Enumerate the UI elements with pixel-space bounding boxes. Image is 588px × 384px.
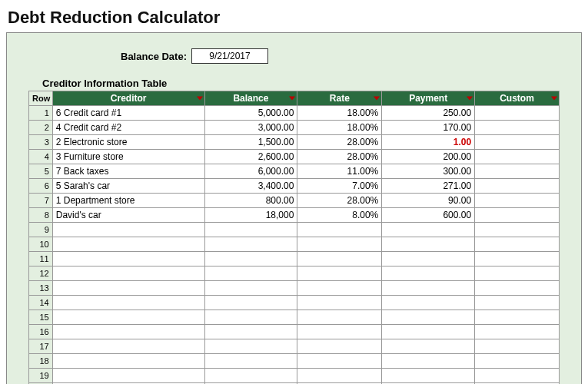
cell-creditor[interactable]: 7 Back taxes — [52, 164, 204, 179]
cell-rate[interactable] — [297, 266, 382, 281]
cell-custom[interactable] — [475, 237, 560, 252]
cell-creditor[interactable] — [52, 310, 204, 325]
cell-balance[interactable] — [204, 325, 297, 339]
cell-balance[interactable] — [204, 266, 297, 281]
cell-balance[interactable]: 1,500.00 — [204, 135, 297, 150]
cell-creditor[interactable] — [52, 354, 204, 369]
cell-payment[interactable]: 200.00 — [382, 150, 475, 164]
cell-payment[interactable] — [382, 325, 475, 339]
cell-custom[interactable] — [475, 164, 560, 179]
cell-balance[interactable]: 2,600.00 — [204, 150, 297, 164]
cell-rate[interactable] — [297, 296, 382, 310]
cell-payment[interactable]: 600.00 — [382, 208, 475, 223]
cell-balance[interactable]: 800.00 — [204, 194, 297, 208]
cell-custom[interactable] — [475, 281, 560, 296]
cell-creditor[interactable] — [52, 237, 204, 252]
cell-rate[interactable] — [297, 223, 382, 237]
cell-balance[interactable] — [204, 237, 297, 252]
balance-date-input[interactable] — [191, 48, 268, 64]
cell-payment[interactable] — [382, 252, 475, 266]
cell-payment[interactable] — [382, 369, 475, 383]
cell-creditor[interactable]: 2 Electronic store — [52, 135, 204, 150]
cell-payment[interactable]: 1.00 — [382, 135, 475, 150]
cell-payment[interactable]: 170.00 — [382, 121, 475, 135]
cell-payment[interactable]: 90.00 — [382, 194, 475, 208]
cell-custom[interactable] — [475, 354, 560, 369]
cell-payment[interactable] — [382, 281, 475, 296]
cell-payment[interactable]: 300.00 — [382, 164, 475, 179]
cell-rate[interactable]: 28.00% — [297, 135, 382, 150]
cell-creditor[interactable] — [52, 339, 204, 354]
cell-rate[interactable]: 28.00% — [297, 194, 382, 208]
cell-balance[interactable] — [204, 223, 297, 237]
cell-rate[interactable]: 8.00% — [297, 208, 382, 223]
cell-creditor[interactable] — [52, 281, 204, 296]
cell-creditor[interactable]: 3 Furniture store — [52, 150, 204, 164]
cell-custom[interactable] — [475, 106, 560, 121]
cell-custom[interactable] — [475, 252, 560, 266]
cell-custom[interactable] — [475, 179, 560, 194]
cell-balance[interactable]: 18,000 — [204, 208, 297, 223]
cell-balance[interactable] — [204, 339, 297, 354]
cell-payment[interactable]: 250.00 — [382, 106, 475, 121]
cell-payment[interactable] — [382, 223, 475, 237]
cell-creditor[interactable] — [52, 369, 204, 383]
cell-payment[interactable] — [382, 310, 475, 325]
cell-payment[interactable] — [382, 266, 475, 281]
cell-custom[interactable] — [475, 194, 560, 208]
cell-rate[interactable] — [297, 325, 382, 339]
cell-custom[interactable] — [475, 208, 560, 223]
cell-creditor[interactable]: 5 Sarah's car — [52, 179, 204, 194]
cell-balance[interactable] — [204, 281, 297, 296]
cell-creditor[interactable]: David's car — [52, 208, 204, 223]
cell-rate[interactable] — [297, 252, 382, 266]
col-payment[interactable]: Payment — [382, 91, 475, 106]
cell-rate[interactable]: 11.00% — [297, 164, 382, 179]
cell-payment[interactable] — [382, 296, 475, 310]
cell-balance[interactable]: 6,000.00 — [204, 164, 297, 179]
cell-rate[interactable]: 18.00% — [297, 106, 382, 121]
cell-payment[interactable] — [382, 354, 475, 369]
col-custom[interactable]: Custom — [475, 91, 560, 106]
cell-custom[interactable] — [475, 296, 560, 310]
cell-balance[interactable] — [204, 296, 297, 310]
col-creditor[interactable]: Creditor — [52, 91, 204, 106]
col-rate[interactable]: Rate — [297, 91, 382, 106]
cell-creditor[interactable] — [52, 325, 204, 339]
cell-balance[interactable] — [204, 310, 297, 325]
cell-rate[interactable] — [297, 369, 382, 383]
cell-rate[interactable]: 18.00% — [297, 121, 382, 135]
cell-custom[interactable] — [475, 135, 560, 150]
cell-rate[interactable] — [297, 237, 382, 252]
cell-rate[interactable] — [297, 310, 382, 325]
cell-creditor[interactable] — [52, 296, 204, 310]
cell-custom[interactable] — [475, 339, 560, 354]
cell-payment[interactable]: 271.00 — [382, 179, 475, 194]
cell-balance[interactable]: 5,000.00 — [204, 106, 297, 121]
cell-creditor[interactable] — [52, 223, 204, 237]
cell-custom[interactable] — [475, 310, 560, 325]
cell-custom[interactable] — [475, 325, 560, 339]
cell-payment[interactable] — [382, 237, 475, 252]
cell-payment[interactable] — [382, 339, 475, 354]
cell-custom[interactable] — [475, 150, 560, 164]
cell-rate[interactable]: 7.00% — [297, 179, 382, 194]
cell-custom[interactable] — [475, 121, 560, 135]
cell-creditor[interactable]: 1 Department store — [52, 194, 204, 208]
cell-rate[interactable] — [297, 339, 382, 354]
cell-creditor[interactable]: 6 Credit card #1 — [52, 106, 204, 121]
cell-custom[interactable] — [475, 369, 560, 383]
cell-custom[interactable] — [475, 223, 560, 237]
cell-creditor[interactable] — [52, 266, 204, 281]
col-balance[interactable]: Balance — [204, 91, 297, 106]
cell-balance[interactable]: 3,400.00 — [204, 179, 297, 194]
cell-rate[interactable]: 28.00% — [297, 150, 382, 164]
cell-balance[interactable] — [204, 252, 297, 266]
cell-custom[interactable] — [475, 266, 560, 281]
cell-balance[interactable] — [204, 369, 297, 383]
cell-balance[interactable]: 3,000.00 — [204, 121, 297, 135]
cell-creditor[interactable]: 4 Credit card #2 — [52, 121, 204, 135]
cell-rate[interactable] — [297, 281, 382, 296]
cell-rate[interactable] — [297, 354, 382, 369]
cell-balance[interactable] — [204, 354, 297, 369]
